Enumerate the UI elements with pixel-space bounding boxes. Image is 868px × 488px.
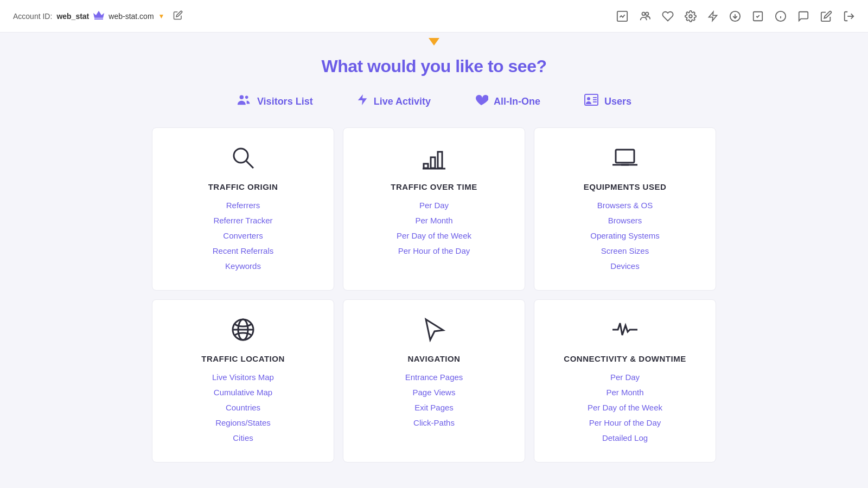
svg-marker-5 (709, 11, 717, 21)
link-conn-per-hour-of-day[interactable]: Per Hour of the Day (547, 416, 703, 429)
svg-point-2 (642, 12, 646, 15)
tab-visitors-list[interactable]: Visitors List (237, 93, 313, 110)
edit-icon[interactable] (173, 10, 183, 22)
cursor-icon (356, 317, 512, 345)
nav-tabs: Visitors List Live Activity All-In-One U… (0, 93, 868, 127)
account-label: Account ID: (13, 12, 52, 21)
download-icon[interactable] (729, 10, 741, 22)
tab-all-in-one[interactable]: All-In-One (474, 93, 540, 110)
link-per-day-of-week[interactable]: Per Day of the Week (356, 229, 512, 242)
chart-icon[interactable] (616, 10, 628, 22)
link-browsers[interactable]: Browsers (547, 214, 703, 227)
svg-rect-25 (438, 152, 442, 168)
svg-point-21 (234, 149, 248, 163)
link-devices[interactable]: Devices (547, 260, 703, 273)
dropdown-arrow-icon[interactable]: ▼ (158, 12, 165, 20)
svg-rect-0 (94, 18, 103, 20)
traffic-over-time-links: Per Day Per Month Per Day of the Week Pe… (356, 199, 512, 258)
link-page-views[interactable]: Page Views (356, 386, 512, 399)
link-exit-pages[interactable]: Exit Pages (356, 401, 512, 414)
main-prompt: What would you like to see? (0, 43, 868, 93)
tooltip-triangle (429, 38, 439, 46)
equipments-used-title: EQUIPMENTS USED (547, 182, 703, 191)
link-screen-sizes[interactable]: Screen Sizes (547, 245, 703, 258)
check-icon[interactable] (752, 10, 764, 22)
account-id: web_stat (56, 12, 89, 21)
link-referrer-tracker[interactable]: Referrer Tracker (165, 214, 321, 227)
chart-bar-icon (356, 145, 512, 174)
link-referrers[interactable]: Referrers (165, 199, 321, 212)
svg-point-17 (587, 97, 590, 100)
tab-users[interactable]: Users (584, 93, 631, 110)
visitors-list-label: Visitors List (257, 96, 313, 107)
link-conn-per-month[interactable]: Per Month (547, 386, 703, 399)
link-per-month[interactable]: Per Month (356, 214, 512, 227)
crown-icon (93, 10, 104, 22)
group-users-icon[interactable] (639, 10, 651, 22)
traffic-origin-title: TRAFFIC ORIGIN (165, 182, 321, 191)
chat-icon[interactable] (797, 10, 809, 22)
globe-icon (165, 317, 321, 345)
site-name: web-stat.com (108, 12, 154, 21)
search-icon (165, 145, 321, 174)
link-click-paths[interactable]: Click-Paths (356, 416, 512, 429)
gear-icon[interactable] (685, 10, 697, 22)
svg-rect-23 (424, 164, 428, 168)
heart-header-icon[interactable] (662, 10, 674, 22)
page-title: What would you like to see? (0, 56, 868, 76)
link-converters[interactable]: Converters (165, 229, 321, 242)
link-recent-referrals[interactable]: Recent Referrals (165, 245, 321, 258)
users-label: Users (604, 96, 631, 107)
link-cumulative-map[interactable]: Cumulative Map (165, 386, 321, 399)
users-tab-icon (584, 93, 599, 110)
header: Account ID: web_stat web-stat.com ▼ (0, 0, 868, 33)
cards-grid: TRAFFIC ORIGIN Referrers Referrer Tracke… (108, 127, 760, 484)
card-traffic-origin: TRAFFIC ORIGIN Referrers Referrer Tracke… (152, 127, 334, 291)
link-detailed-log[interactable]: Detailed Log (547, 432, 703, 445)
pulse-icon (547, 317, 703, 345)
card-navigation: NAVIGATION Entrance Pages Page Views Exi… (343, 299, 525, 463)
link-per-day[interactable]: Per Day (356, 199, 512, 212)
edit2-header-icon[interactable] (820, 10, 832, 22)
all-in-one-tab-icon (474, 93, 488, 110)
connectivity-links: Per Day Per Month Per Day of the Week Pe… (547, 371, 703, 445)
traffic-location-links: Live Visitors Map Cumulative Map Countri… (165, 371, 321, 445)
link-conn-per-day-of-week[interactable]: Per Day of the Week (547, 401, 703, 414)
card-traffic-location: TRAFFIC LOCATION Live Visitors Map Cumul… (152, 299, 334, 463)
logout-icon[interactable] (843, 10, 855, 22)
svg-line-22 (246, 161, 253, 168)
svg-point-4 (689, 15, 692, 18)
svg-point-13 (240, 95, 244, 99)
info-icon[interactable] (775, 10, 787, 22)
traffic-over-time-title: TRAFFIC OVER TIME (356, 182, 512, 191)
live-activity-tab-icon (356, 93, 368, 110)
card-connectivity: CONNECTIVITY & DOWNTIME Per Day Per Mont… (534, 299, 716, 463)
traffic-origin-links: Referrers Referrer Tracker Converters Re… (165, 199, 321, 273)
link-browsers-os[interactable]: Browsers & OS (547, 199, 703, 212)
link-live-visitors-map[interactable]: Live Visitors Map (165, 371, 321, 384)
svg-rect-27 (616, 150, 634, 163)
live-activity-label: Live Activity (374, 96, 431, 107)
navigation-title: NAVIGATION (356, 354, 512, 363)
svg-point-14 (245, 96, 248, 99)
link-operating-systems[interactable]: Operating Systems (547, 229, 703, 242)
tab-live-activity[interactable]: Live Activity (356, 93, 431, 110)
link-entrance-pages[interactable]: Entrance Pages (356, 371, 512, 384)
connectivity-title: CONNECTIVITY & DOWNTIME (547, 354, 703, 363)
link-cities[interactable]: Cities (165, 432, 321, 445)
link-conn-per-day[interactable]: Per Day (547, 371, 703, 384)
traffic-location-title: TRAFFIC LOCATION (165, 354, 321, 363)
link-per-hour-of-day[interactable]: Per Hour of the Day (356, 245, 512, 258)
link-regions-states[interactable]: Regions/States (165, 416, 321, 429)
card-equipments-used: EQUIPMENTS USED Browsers & OS Browsers O… (534, 127, 716, 291)
header-right (616, 10, 855, 22)
laptop-icon (547, 145, 703, 174)
bolt-header-icon[interactable] (707, 10, 718, 22)
equipments-used-links: Browsers & OS Browsers Operating Systems… (547, 199, 703, 273)
link-countries[interactable]: Countries (165, 401, 321, 414)
navigation-links: Entrance Pages Page Views Exit Pages Cli… (356, 371, 512, 429)
link-keywords[interactable]: Keywords (165, 260, 321, 273)
svg-marker-15 (358, 94, 367, 105)
svg-rect-24 (431, 157, 435, 168)
svg-point-3 (646, 12, 649, 15)
